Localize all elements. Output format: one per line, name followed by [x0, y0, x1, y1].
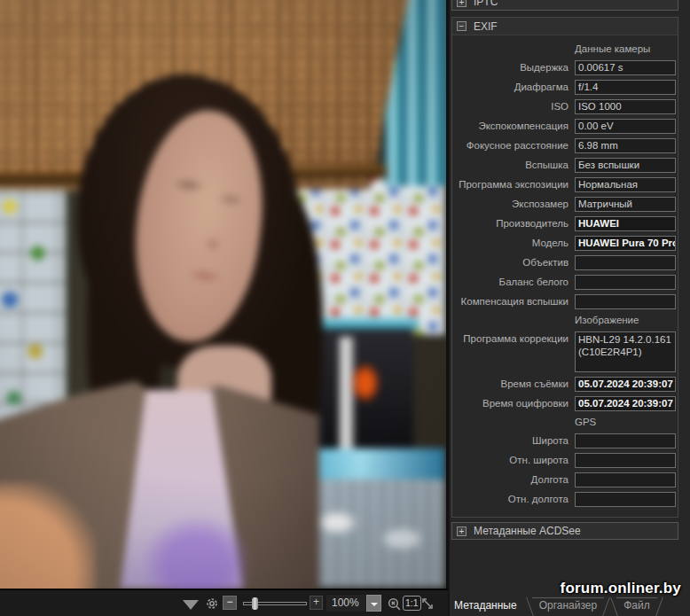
field-input[interactable]	[575, 453, 676, 468]
photo-canvas[interactable]	[0, 0, 446, 589]
field-input[interactable]: 6.98 mm	[575, 138, 676, 153]
zoom-level-dropdown[interactable]	[366, 595, 381, 612]
exif-row: Экспокомпенсация0.00 eV	[452, 119, 676, 134]
field-input[interactable]: 0.00 eV	[575, 119, 676, 134]
field-label: Отн. долгота	[452, 492, 575, 507]
field-input[interactable]	[575, 433, 676, 448]
exif-row: Программа экспозицииНормальная	[452, 177, 676, 192]
field-label: Программа экспозиции	[452, 177, 575, 192]
field-label: Вспышка	[452, 158, 575, 173]
acdsee-window: − + 100% 1:1	[0, 0, 690, 616]
field-label: Выдержка	[452, 60, 575, 75]
field-label: Время съёмки	[452, 377, 575, 392]
field-input[interactable]: ISO 1000	[575, 99, 676, 114]
triangle-down-icon[interactable]	[183, 600, 199, 610]
actual-size-button[interactable]: 1:1	[403, 596, 421, 611]
field-label: ISO	[452, 99, 575, 114]
tab-label: Файл	[623, 599, 650, 612]
exif-row: Диафрагмаf/1.4	[452, 80, 676, 95]
tab-metadata[interactable]: Метаданные	[451, 597, 526, 616]
magnifier-x-icon	[387, 597, 402, 612]
iptc-header[interactable]: + IPTC	[451, 0, 678, 11]
zoom-in-button[interactable]: +	[310, 596, 323, 610]
field-input[interactable]: HUAWEI	[575, 216, 676, 231]
photo-viewer-pane: − + 100% 1:1	[0, 0, 448, 616]
field-label: Баланс белого	[452, 275, 575, 290]
field-label: Производитель	[452, 216, 575, 231]
exif-row: Выдержка0.00617 s	[452, 60, 676, 75]
field-input[interactable]: 05.07.2024 20:39:07	[575, 396, 676, 411]
section-label: GPS	[575, 416, 676, 429]
exif-row: Изображение	[452, 314, 676, 327]
field-input[interactable]: HBN-L29 14.2.0.161 (C10E2R4P1)	[575, 331, 676, 372]
field-label: Экспокомпенсация	[452, 119, 575, 134]
field-input[interactable]: 05.07.2024 20:39:07	[575, 377, 676, 392]
field-input[interactable]: Матричный	[575, 197, 676, 212]
exif-row: Время оцифровки05.07.2024 20:39:07	[452, 396, 676, 411]
photo-vignette	[0, 0, 446, 589]
exif-rows: Данные камерыВыдержка0.00617 sДиафрагмаf…	[452, 35, 678, 507]
tab-edge	[610, 597, 618, 616]
chevron-down-icon	[371, 603, 378, 606]
diagonal-arrows-icon	[420, 597, 435, 611]
zoom-fit-button[interactable]	[387, 597, 402, 615]
zoom-out-button[interactable]: −	[223, 596, 237, 610]
tab-edge	[532, 597, 605, 598]
tab-edge	[655, 597, 663, 616]
exif-row: ISOISO 1000	[452, 99, 676, 114]
field-label: Долгота	[452, 472, 575, 487]
field-label: Объектив	[452, 255, 575, 270]
exif-row: ВспышкаБез вспышки	[452, 158, 676, 173]
expand-icon[interactable]: +	[457, 526, 467, 536]
exif-row: Время съёмки05.07.2024 20:39:07	[452, 377, 676, 392]
exif-row: МодельHUAWEI Pura 70 Pro	[452, 236, 676, 251]
exif-header[interactable]: − EXIF	[452, 18, 678, 35]
tab-label: Органайзер	[539, 599, 598, 612]
exif-row: GPS	[452, 416, 676, 429]
acdsee-metadata-header[interactable]: + Метаданные ACDSee	[451, 522, 678, 540]
zoom-level-value[interactable]: 100%	[326, 595, 365, 612]
section-label: Данные камеры	[575, 43, 676, 56]
field-input[interactable]	[575, 275, 676, 290]
field-input[interactable]	[575, 255, 676, 270]
tab-file[interactable]: Файл	[610, 597, 663, 616]
tab-edge	[602, 597, 610, 616]
metadata-panel: + IPTC − EXIF Данные камерыВыдержка0.006…	[450, 0, 690, 616]
collapse-icon[interactable]: −	[457, 21, 467, 31]
panel-tabbar: МетаданныеОрганайзерФайл	[451, 596, 690, 616]
settings-button[interactable]	[205, 597, 219, 614]
field-label: Отн. широта	[452, 453, 575, 468]
viewer-toolbar: − + 100% 1:1	[0, 589, 448, 616]
zoom-slider-handle[interactable]	[252, 597, 258, 610]
field-input[interactable]: Нормальная	[575, 177, 676, 192]
exif-group: − EXIF Данные камерыВыдержка0.00617 sДиа…	[451, 17, 678, 518]
exif-row: ПроизводительHUAWEI	[452, 216, 676, 231]
gear-icon	[205, 597, 219, 611]
exif-row: Программа коррекцииHBN-L29 14.2.0.161 (C…	[452, 331, 676, 372]
tab-edge	[526, 597, 534, 616]
field-input[interactable]: Без вспышки	[575, 158, 676, 173]
field-input[interactable]: HUAWEI Pura 70 Pro	[575, 236, 676, 251]
tab-label: Метаданные	[454, 599, 517, 612]
field-label: Время оцифровки	[452, 396, 575, 411]
tab-edge	[616, 597, 657, 598]
field-label: Фокусное расстояние	[452, 138, 575, 153]
exif-row: Отн. долгота	[452, 492, 676, 507]
field-input[interactable]	[575, 294, 676, 309]
exif-row: Фокусное расстояние6.98 mm	[452, 138, 676, 153]
field-label: Диафрагма	[452, 80, 575, 95]
tab-organizer[interactable]: Органайзер	[526, 597, 611, 616]
expand-icon[interactable]: +	[457, 0, 467, 7]
exif-row: Данные камеры	[452, 43, 676, 56]
field-input[interactable]: f/1.4	[575, 80, 676, 95]
field-input[interactable]: 0.00617 s	[575, 60, 676, 75]
field-label: Экспозамер	[452, 197, 575, 212]
field-input[interactable]	[575, 492, 676, 507]
field-label: Модель	[452, 236, 575, 251]
exif-row: Объектив	[452, 255, 676, 270]
fit-image-button[interactable]	[420, 597, 435, 614]
field-label: Программа коррекции	[452, 331, 575, 347]
exif-row: Отн. широта	[452, 453, 676, 468]
field-input[interactable]	[575, 472, 676, 487]
exif-header-label: EXIF	[474, 20, 498, 33]
